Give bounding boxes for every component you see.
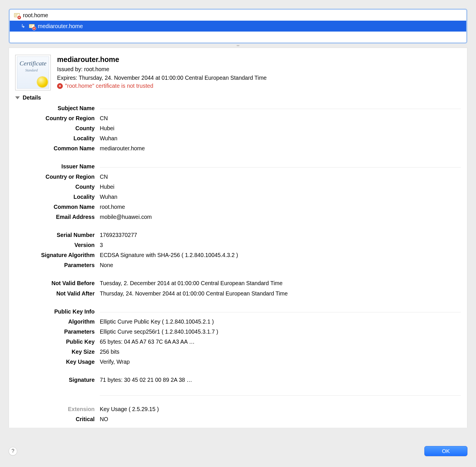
- field-key-size: Key Size256 bits: [15, 347, 461, 357]
- certificate-dialog: root.home ↳ mediarouter.home Certificate…: [9, 9, 467, 458]
- field-critical: CriticalNO: [15, 414, 461, 424]
- field-issuer-county: CountyHubei: [15, 182, 461, 192]
- cert-tree-child-label: mediarouter.home: [38, 23, 83, 30]
- details-disclosure[interactable]: Details: [15, 94, 461, 101]
- field-pk-algorithm: AlgorithmElliptic Curve Public Key ( 1.2…: [15, 317, 461, 327]
- divider: [15, 392, 461, 398]
- field-sig-parameters: ParametersNone: [15, 260, 461, 270]
- cert-tree-spacer: [10, 32, 466, 42]
- field-subject-county: CountyHubei: [15, 123, 461, 133]
- field-subject-locality: LocalityWuhan: [15, 133, 461, 143]
- section-issuer-name: Issuer Name: [15, 161, 461, 172]
- ok-button[interactable]: OK: [424, 446, 467, 456]
- chevron-down-icon: [15, 96, 20, 99]
- field-pk-parameters: ParametersElliptic Curve secp256r1 ( 1.2…: [15, 327, 461, 337]
- trust-error-line: "root.home" certificate is not trusted: [57, 83, 267, 89]
- issued-by-line: Issued by: root.home: [57, 65, 267, 73]
- field-version: Version3: [15, 240, 461, 250]
- details-label: Details: [23, 94, 41, 101]
- certificate-icon: [29, 23, 35, 29]
- field-signature: Signature71 bytes: 30 45 02 21 00 89 2A …: [15, 375, 461, 385]
- field-not-valid-before: Not Valid BeforeTuesday, 2. December 201…: [15, 278, 461, 288]
- cert-tree-row-root[interactable]: root.home: [10, 10, 466, 21]
- field-subject-common-name: Common Namemediarouter.home: [15, 143, 461, 153]
- field-not-valid-after: Not Valid AfterThursday, 24. November 20…: [15, 289, 461, 299]
- section-public-key-info: Public Key Info: [15, 307, 461, 317]
- certificate-icon: [14, 12, 20, 18]
- error-icon: [57, 83, 63, 89]
- child-arrow-icon: ↳: [20, 23, 26, 29]
- certificate-chain-tree[interactable]: root.home ↳ mediarouter.home: [9, 9, 467, 44]
- field-key-usage: Key UsageVerify, Wrap: [15, 357, 461, 367]
- field-extension: ExtensionKey Usage ( 2.5.29.15 ): [15, 404, 461, 414]
- certificate-detail-panel: Certificate Standard mediarouter.home Is…: [9, 48, 467, 428]
- field-subject-country: Country or RegionCN: [15, 113, 461, 123]
- certificate-title: mediarouter.home: [57, 55, 267, 64]
- cert-tree-root-label: root.home: [23, 12, 48, 19]
- field-issuer-email: Email Addressmobile@huawei.com: [15, 212, 461, 222]
- field-public-key: Public Key65 bytes: 04 A5 A7 63 7C 6A A3…: [15, 337, 461, 347]
- field-signature-algorithm: Signature AlgorithmECDSA Signature with …: [15, 250, 461, 260]
- field-issuer-country: Country or RegionCN: [15, 172, 461, 182]
- help-button[interactable]: ?: [9, 447, 17, 456]
- certificate-large-icon: Certificate Standard: [15, 55, 51, 90]
- cert-tree-row-child[interactable]: ↳ mediarouter.home: [10, 21, 466, 32]
- field-serial-number: Serial Number176923370277: [15, 230, 461, 240]
- dialog-footer: ? OK: [9, 444, 467, 458]
- field-issuer-locality: LocalityWuhan: [15, 192, 461, 202]
- section-subject-name: Subject Name: [15, 103, 461, 113]
- certificate-header: Certificate Standard mediarouter.home Is…: [15, 55, 461, 90]
- field-issuer-common-name: Common Nameroot.home: [15, 202, 461, 212]
- expires-line: Expires: Thursday, 24. November 2044 at …: [57, 73, 267, 82]
- pane-splitter[interactable]: [9, 44, 467, 48]
